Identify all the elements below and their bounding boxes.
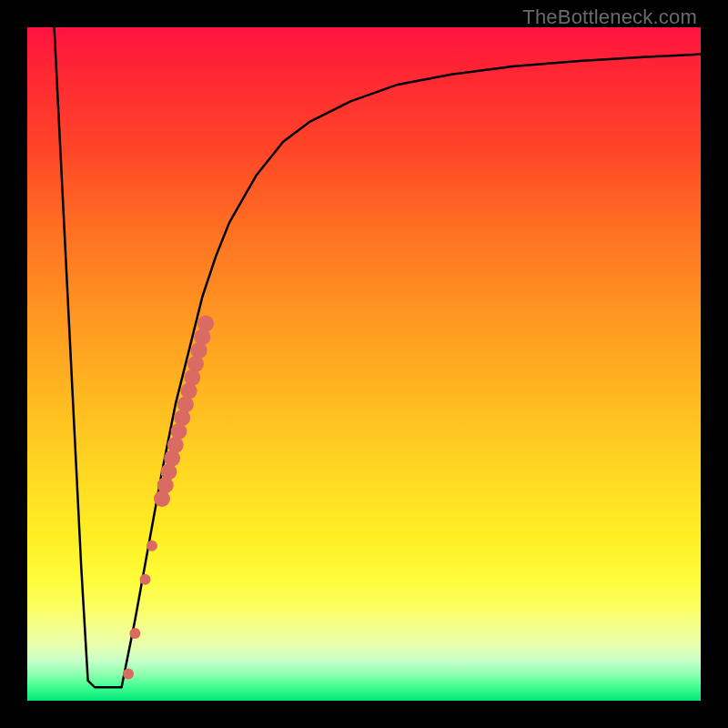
marker-dot — [140, 574, 151, 585]
marker-group — [123, 316, 214, 680]
plot-area — [27, 27, 701, 701]
chart-frame: TheBottleneck.com — [0, 0, 728, 728]
chart-svg — [27, 27, 701, 701]
curve-line — [55, 27, 701, 687]
marker-dot — [147, 541, 157, 551]
marker-dot — [123, 668, 134, 679]
marker-dot — [197, 316, 214, 332]
bottleneck-curve — [55, 27, 701, 687]
watermark-text: TheBottleneck.com — [522, 5, 697, 29]
marker-dot — [129, 628, 140, 639]
